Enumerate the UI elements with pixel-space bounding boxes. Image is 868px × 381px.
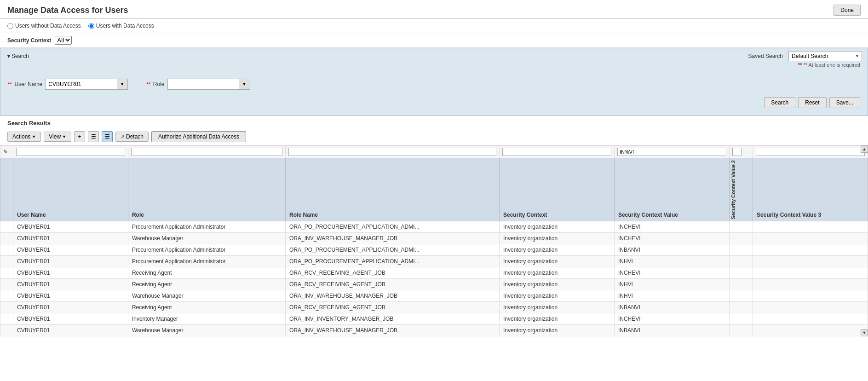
row-role-name-7: ORA_RCV_RECEIVING_AGENT_JOB — [286, 302, 500, 313]
row-role-name-4: ORA_RCV_RECEIVING_AGENT_JOB — [286, 267, 500, 279]
row-sc-value-2-9 — [729, 325, 753, 336]
row-user-name-1: CVBUYER01 — [13, 233, 128, 244]
view-label: View — [49, 133, 61, 140]
save-button[interactable]: Save... — [829, 97, 860, 108]
table-row: CVBUYER01 Warehouse Manager ORA_INV_WARE… — [0, 325, 868, 336]
view-button[interactable]: View ▼ — [44, 132, 71, 142]
row-user-name-2: CVBUYER01 — [13, 244, 128, 256]
filter-row: ✎ — [0, 146, 868, 158]
table-row: CVBUYER01 Receiving Agent ORA_RCV_RECEIV… — [0, 302, 868, 313]
radio-row: Users without Data Access Users with Dat… — [0, 19, 868, 33]
row-role-name-5: ORA_RCV_RECEIVING_AGENT_JOB — [286, 279, 500, 290]
row-sc-value-8: INCHEVI — [614, 313, 729, 325]
edit-icon: ✎ — [3, 149, 8, 155]
table-wrapper: ✎ User Name Role — [0, 145, 868, 336]
row-role-0: Procurement Application Administrator — [128, 221, 285, 233]
th-sc-value: Security Context Value — [614, 158, 729, 221]
row-security-context-5: Inventory organization — [500, 279, 615, 290]
user-name-input[interactable] — [45, 79, 128, 90]
row-sc-value-3-2 — [753, 244, 868, 256]
filter-role-name — [286, 146, 500, 158]
view-toggle-button[interactable]: ☰ — [102, 131, 113, 142]
filter-sc-value — [614, 146, 729, 158]
row-security-context-2: Inventory organization — [500, 244, 615, 256]
row-sc-value-3-4 — [753, 267, 868, 279]
search-panel-title: Search — [11, 53, 29, 59]
row-sc-value-2-6 — [729, 290, 753, 302]
radio-with-label: Users with Data Access — [96, 23, 154, 29]
filter-role-name-input[interactable] — [288, 148, 496, 156]
role-dropdown-btn[interactable]: ▼ — [239, 79, 250, 90]
actions-arrow-icon: ▼ — [32, 134, 36, 139]
row-role-8: Inventory Manager — [128, 313, 285, 325]
row-sc-value-0: INCHEVI — [614, 221, 729, 233]
row-sc-value-3-8 — [753, 313, 868, 325]
th-user-name: User Name — [13, 158, 128, 221]
authorize-button[interactable]: Authorize Additional Data Access — [151, 131, 246, 142]
scroll-down-icon[interactable]: ▼ — [861, 329, 868, 336]
th-role-name: Role Name — [286, 158, 500, 221]
add-row-button[interactable]: + — [74, 131, 85, 142]
filter-sc-value-3-input[interactable] — [756, 148, 865, 156]
row-role-9: Warehouse Manager — [128, 325, 285, 336]
row-edit-3 — [0, 256, 13, 267]
actions-button[interactable]: Actions ▼ — [7, 132, 41, 142]
row-sc-value-3: INHVI — [614, 256, 729, 267]
filter-security-context-input[interactable] — [502, 148, 611, 156]
search-fields: ** User Name ▼ ** Role ▼ — [8, 74, 860, 94]
table-row: CVBUYER01 Receiving Agent ORA_RCV_RECEIV… — [0, 267, 868, 279]
detach-button[interactable]: ↗ Detach — [115, 132, 149, 142]
row-security-context-6: Inventory organization — [500, 290, 615, 302]
role-input[interactable] — [167, 79, 250, 90]
row-role-5: Receiving Agent — [128, 279, 285, 290]
table-body: CVBUYER01 Procurement Application Admini… — [0, 221, 868, 336]
table-row: CVBUYER01 Procurement Application Admini… — [0, 221, 868, 233]
filter-sc-value-2-input[interactable] — [732, 148, 742, 156]
row-user-name-0: CVBUYER01 — [13, 221, 128, 233]
results-title: Search Results — [7, 120, 51, 127]
user-name-dropdown-btn[interactable]: ▼ — [117, 79, 128, 90]
table-row: CVBUYER01 Procurement Application Admini… — [0, 256, 868, 267]
row-security-context-0: Inventory organization — [500, 221, 615, 233]
row-edit-9 — [0, 325, 13, 336]
saved-search-label: Saved Search — [748, 53, 783, 59]
filter-role-input[interactable] — [131, 148, 282, 156]
edit-columns-button[interactable]: ☰ — [88, 131, 99, 142]
radio-input-without[interactable] — [7, 23, 13, 29]
scroll-up-icon[interactable]: ▲ — [861, 145, 868, 153]
role-field: ** Role ▼ — [146, 79, 250, 90]
row-sc-value-2-7 — [729, 302, 753, 313]
row-sc-value-2: INBANVI — [614, 244, 729, 256]
filter-user-name-input[interactable] — [16, 148, 125, 156]
row-edit-7 — [0, 302, 13, 313]
row-sc-value-9: INBANVI — [614, 325, 729, 336]
detach-label: Detach — [126, 133, 144, 140]
row-role-name-1: ORA_INV_WAREHOUSE_MANAGER_JOB — [286, 233, 500, 244]
collapse-icon: ▼ — [6, 53, 11, 59]
row-sc-value-5: INHVI — [614, 279, 729, 290]
th-edit — [0, 158, 13, 221]
filter-sc-value-input[interactable] — [617, 148, 726, 156]
saved-search-select[interactable]: Default Search — [788, 51, 862, 61]
detach-icon: ↗ — [121, 134, 125, 140]
radio-users-without[interactable]: Users without Data Access — [7, 23, 81, 29]
row-sc-value-2-1 — [729, 233, 753, 244]
role-input-wrapper: ▼ — [167, 79, 250, 90]
row-sc-value-3-5 — [753, 279, 868, 290]
row-role-7: Receiving Agent — [128, 302, 285, 313]
row-security-context-1: Inventory organization — [500, 233, 615, 244]
actions-label: Actions — [12, 133, 30, 140]
radio-input-with[interactable] — [88, 23, 94, 29]
reset-button[interactable]: Reset — [798, 97, 826, 108]
filter-sc-value-2 — [729, 146, 753, 158]
table-row: CVBUYER01 Procurement Application Admini… — [0, 244, 868, 256]
row-sc-value-3-0 — [753, 221, 868, 233]
security-context-select[interactable]: All — [55, 36, 72, 45]
view-arrow-icon: ▼ — [62, 134, 66, 139]
radio-users-with[interactable]: Users with Data Access — [88, 23, 154, 29]
row-sc-value-7: INBANVI — [614, 302, 729, 313]
table-row: CVBUYER01 Receiving Agent ORA_RCV_RECEIV… — [0, 279, 868, 290]
done-button[interactable]: Done — [834, 5, 861, 16]
search-panel-toggle[interactable]: ▼ Search — [6, 53, 29, 59]
search-button[interactable]: Search — [764, 97, 795, 108]
